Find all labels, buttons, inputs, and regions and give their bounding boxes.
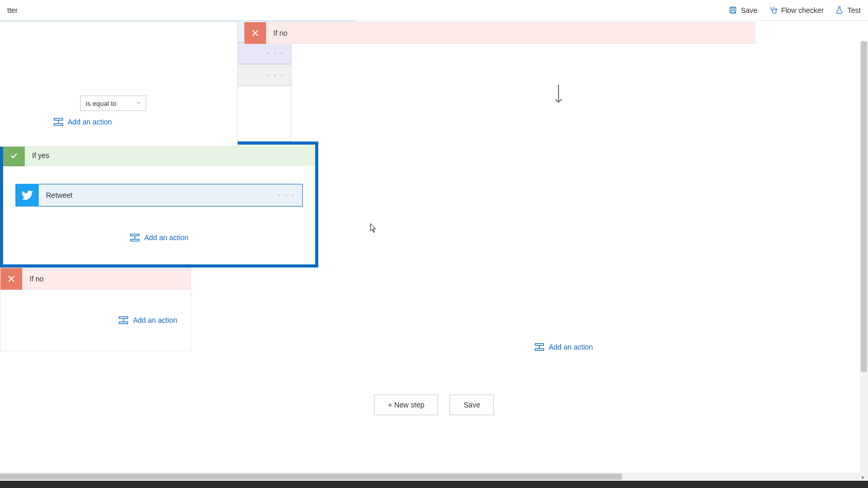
svg-rect-17 xyxy=(131,234,140,235)
svg-rect-22 xyxy=(119,317,128,318)
footer-save-button[interactable]: Save xyxy=(450,395,494,415)
if-no-outer-title: If no xyxy=(266,29,287,37)
scrollbar-thumb[interactable] xyxy=(0,474,622,480)
outer-add-action[interactable]: Add an action xyxy=(534,343,593,353)
outer-add-action-label: Add an action xyxy=(549,343,593,351)
svg-rect-23 xyxy=(119,322,128,323)
if-no-panel[interactable]: If no Add an action xyxy=(0,267,191,351)
left-branch-panel xyxy=(0,22,238,147)
save-button[interactable]: Save xyxy=(729,6,757,14)
if-yes-panel[interactable]: If yes Retweet · · · Add an action xyxy=(0,141,318,267)
if-yes-add-action[interactable]: Add an action xyxy=(130,233,189,242)
new-step-button[interactable]: + New step xyxy=(374,395,438,415)
scroll-right-icon[interactable]: ▸ xyxy=(859,473,867,481)
bottom-strip xyxy=(0,481,868,488)
footer-save-label: Save xyxy=(463,401,480,409)
svg-rect-1 xyxy=(732,7,735,9)
vertical-scrollbar[interactable] xyxy=(860,41,868,473)
test-button[interactable]: Test xyxy=(835,6,861,14)
more-icon[interactable]: · · · xyxy=(260,49,291,58)
chevron-down-icon xyxy=(135,100,142,107)
svg-rect-2 xyxy=(731,10,735,13)
condition-operator-select[interactable]: is equal to xyxy=(80,96,146,111)
stethoscope-icon xyxy=(769,6,778,14)
flask-icon xyxy=(835,6,844,14)
top-toolbar: tter Save Flow checker Test xyxy=(0,0,868,21)
more-icon[interactable]: · · · xyxy=(260,71,291,80)
if-no-title: If no xyxy=(22,275,43,283)
left-add-action[interactable]: Add an action xyxy=(53,118,112,128)
new-step-label: + New step xyxy=(388,401,424,409)
insert-step-icon xyxy=(53,118,64,126)
if-yes-add-action-label: Add an action xyxy=(144,233,189,242)
if-no-outer-panel: If no xyxy=(244,22,755,44)
retweet-card[interactable]: Retweet · · · xyxy=(16,184,303,207)
operator-label: is equal to xyxy=(86,100,116,107)
cross-icon xyxy=(1,268,22,290)
save-label: Save xyxy=(741,6,757,14)
if-yes-title: If yes xyxy=(25,151,49,160)
svg-rect-25 xyxy=(535,343,544,345)
svg-rect-18 xyxy=(131,239,140,241)
flow-checker-label: Flow checker xyxy=(781,6,824,14)
connector-arrow xyxy=(558,85,559,104)
flow-checker-button[interactable]: Flow checker xyxy=(769,6,824,14)
if-no-add-action[interactable]: Add an action xyxy=(118,316,177,324)
check-icon xyxy=(3,145,25,166)
retweet-title: Retweet xyxy=(39,191,271,199)
insert-step-icon xyxy=(130,233,140,242)
svg-rect-5 xyxy=(54,123,63,125)
horizontal-scrollbar[interactable]: ▸ xyxy=(0,473,868,481)
svg-point-3 xyxy=(776,9,777,10)
more-icon[interactable]: · · · xyxy=(271,191,302,200)
test-label: Test xyxy=(847,6,861,14)
twitter-icon xyxy=(16,184,39,207)
cursor-icon xyxy=(370,223,377,233)
if-no-add-action-label: Add an action xyxy=(133,316,177,324)
svg-rect-4 xyxy=(54,118,63,120)
flow-canvas[interactable]: d · · · Add an action If no Start a xyxy=(0,21,868,488)
cross-icon xyxy=(244,22,266,44)
flow-title: tter xyxy=(7,6,729,14)
insert-step-icon xyxy=(118,316,129,324)
svg-rect-26 xyxy=(535,349,544,350)
scrollbar-thumb[interactable] xyxy=(861,41,867,372)
save-icon xyxy=(729,6,737,14)
left-add-action-label: Add an action xyxy=(68,118,112,126)
insert-step-icon xyxy=(534,343,545,351)
